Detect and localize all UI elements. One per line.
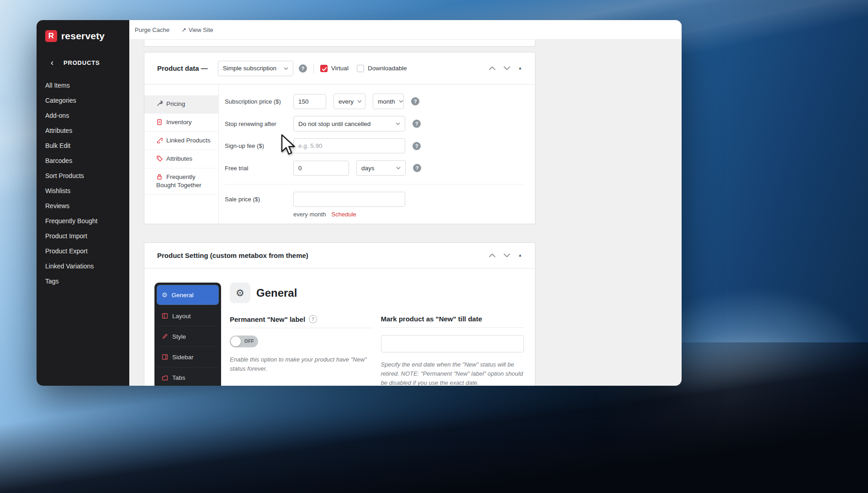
move-down-icon[interactable]	[503, 66, 510, 70]
sidebar-item-sort-products[interactable]: Sort Products	[37, 168, 129, 183]
free-trial-unit-value: days	[361, 165, 375, 172]
schedule-link[interactable]: Schedule	[332, 211, 356, 218]
sidebar-item-attributes[interactable]: Attributes	[37, 123, 129, 138]
help-icon[interactable]: ?	[411, 97, 419, 105]
sidebar-item-barcodes[interactable]: Barcodes	[37, 153, 129, 168]
app-window: R reservety ‹ PRODUCTS All Items Categor…	[37, 20, 682, 386]
free-trial-row: Free trial days ?	[225, 160, 524, 176]
theme-tab-style[interactable]: Style	[157, 326, 218, 347]
product-setting-card: Product Setting (custom metabox from the…	[144, 242, 535, 386]
divider	[230, 328, 373, 328]
wrench-icon	[156, 100, 163, 107]
toggle-knob	[231, 336, 241, 346]
general-heading: General	[256, 287, 297, 299]
card-header-controls: ▲	[489, 253, 522, 257]
link-icon	[156, 137, 163, 143]
downloadable-checkbox[interactable]: Downloadable	[357, 65, 407, 72]
permanent-new-label-description: Enable this option to make your product …	[230, 355, 373, 373]
tabs-icon	[162, 375, 168, 381]
chevron-down-icon	[399, 100, 403, 103]
sidebar-item-product-import[interactable]: Product Import	[37, 228, 129, 243]
help-icon[interactable]: ?	[413, 164, 421, 172]
collapse-toggle-icon[interactable]: ▲	[518, 66, 522, 70]
free-trial-input[interactable]	[293, 161, 349, 176]
card-header-controls: ▲	[489, 66, 522, 70]
help-icon[interactable]: ?	[299, 64, 307, 73]
move-up-icon[interactable]	[489, 66, 496, 70]
subscription-price-input[interactable]	[293, 94, 326, 109]
permanent-new-label-option: Permanent "New" label ? OFF Enable this …	[230, 315, 373, 386]
general-settings-panel: ⚙ General Permanent "New" label ?	[221, 283, 524, 386]
tab-linked-products-label: Linked Products	[166, 137, 211, 144]
tab-pricing[interactable]: Pricing	[144, 95, 218, 114]
sidebar-item-reviews[interactable]: Reviews	[37, 198, 129, 213]
theme-tab-sidebar[interactable]: Sidebar	[157, 347, 218, 367]
theme-settings-tabs: ⚙ General Layout Style	[154, 283, 221, 386]
product-type-select[interactable]: Simple subscription	[218, 61, 293, 76]
mark-new-till-date-title: Mark product as "New" till date	[381, 315, 482, 323]
mark-new-till-date-input[interactable]	[381, 335, 524, 352]
sale-price-input[interactable]	[293, 192, 405, 207]
free-trial-unit-select[interactable]: days	[356, 160, 406, 176]
product-data-header: Product data — Simple subscription ? Vir…	[144, 52, 535, 84]
stop-renewing-value: Do not stop until cancelled	[298, 121, 370, 127]
sidebar-item-add-ons[interactable]: Add-ons	[37, 108, 129, 123]
collapse-toggle-icon[interactable]: ▲	[518, 253, 522, 257]
theme-tab-layout[interactable]: Layout	[157, 306, 218, 326]
help-icon[interactable]: ?	[413, 120, 421, 128]
virtual-checkbox[interactable]: Virtual	[320, 65, 349, 72]
product-data-tabs: Pricing Inventory Linked Products Attrib…	[144, 84, 219, 224]
view-site-link[interactable]: ↗ View Site	[181, 26, 213, 33]
product-data-body: Pricing Inventory Linked Products Attrib…	[144, 84, 535, 224]
sale-price-suffix: every month	[293, 211, 326, 218]
sidebar-item-tags[interactable]: Tags	[37, 273, 129, 288]
mouse-cursor	[280, 134, 298, 156]
sidebar-item-bulk-edit[interactable]: Bulk Edit	[37, 138, 129, 153]
signup-fee-input[interactable]	[293, 138, 405, 153]
sidebar-item-linked-variations[interactable]: Linked Variations	[37, 258, 129, 273]
chevron-down-icon	[396, 122, 400, 125]
permanent-new-label-title: Permanent "New" label	[230, 315, 305, 323]
tab-linked-products[interactable]: Linked Products	[144, 132, 218, 150]
sidebar-products-header[interactable]: ‹ PRODUCTS	[37, 50, 129, 71]
tab-inventory[interactable]: Inventory	[144, 114, 218, 132]
general-heading-row: ⚙ General	[230, 283, 524, 303]
sidebar-item-product-export[interactable]: Product Export	[37, 243, 129, 258]
product-type-value: Simple subscription	[223, 65, 276, 72]
subscription-price-row: Subscription price ($) every month	[225, 94, 524, 109]
tab-attributes-label: Attributes	[166, 155, 192, 162]
sidebar: R reservety ‹ PRODUCTS All Items Categor…	[37, 20, 129, 386]
theme-tab-general[interactable]: ⚙ General	[157, 285, 218, 304]
subscription-price-label: Subscription price ($)	[225, 98, 293, 105]
tab-frequently-bought-together[interactable]: Frequently Bought Together	[144, 168, 218, 195]
brand-name: reservety	[61, 31, 105, 42]
product-setting-body: ⚙ General Layout Style	[144, 268, 535, 386]
sidebar-item-wishlists[interactable]: Wishlists	[37, 183, 129, 198]
period-select[interactable]: month	[373, 94, 404, 109]
toggle-state-label: OFF	[244, 339, 254, 344]
stop-renewing-select[interactable]: Do not stop until cancelled	[293, 116, 405, 131]
virtual-label: Virtual	[331, 65, 349, 72]
sidebar-section-title: PRODUCTS	[64, 59, 100, 66]
inventory-icon	[156, 119, 163, 125]
help-icon[interactable]: ?	[413, 142, 421, 150]
layout-icon	[162, 313, 168, 319]
purge-cache-link[interactable]: Purge Cache	[135, 26, 169, 33]
sidebar-item-frequently-bought[interactable]: Frequently Bought	[37, 213, 129, 228]
external-link-icon: ↗	[181, 26, 186, 33]
divider	[313, 63, 314, 73]
move-up-icon[interactable]	[489, 253, 496, 257]
brush-icon	[162, 333, 168, 340]
help-icon[interactable]: ?	[309, 315, 317, 323]
sidebar-item-all-items[interactable]: All Items	[37, 78, 129, 93]
main-area: Purge Cache ↗ View Site Product data — S…	[129, 20, 682, 386]
interval-select[interactable]: every	[333, 94, 365, 109]
tab-attributes[interactable]: Attributes	[144, 150, 218, 168]
theme-tab-tabs[interactable]: Tabs	[157, 367, 218, 386]
checkbox-unchecked-icon	[357, 65, 364, 72]
sidebar-item-categories[interactable]: Categories	[37, 93, 129, 108]
general-options-grid: Permanent "New" label ? OFF Enable this …	[230, 315, 524, 386]
theme-tab-style-label: Style	[172, 333, 186, 340]
permanent-new-label-toggle[interactable]: OFF	[230, 336, 258, 347]
move-down-icon[interactable]	[503, 253, 510, 257]
